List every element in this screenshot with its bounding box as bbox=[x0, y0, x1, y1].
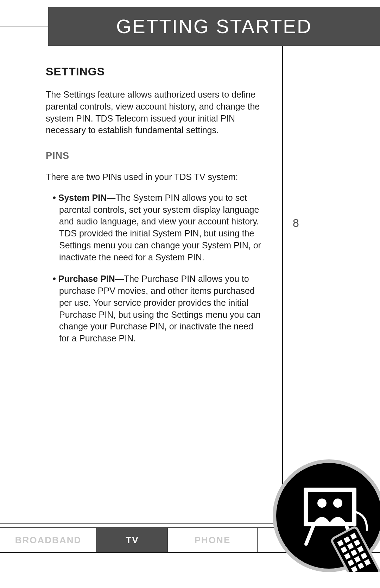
sub-heading-pins: PINS bbox=[46, 150, 264, 161]
tab-broadband-label: BROADBAND bbox=[15, 535, 81, 546]
pins-lead-text: There are two PINs used in your TDS TV s… bbox=[46, 171, 264, 183]
tab-tv-label: TV bbox=[126, 535, 139, 546]
page-number: 8 bbox=[293, 217, 299, 230]
purchase-pin-text: —The Purchase PIN allows you to purchase… bbox=[59, 274, 261, 343]
svg-point-3 bbox=[333, 499, 342, 508]
settings-intro-paragraph: The Settings feature allows authorized u… bbox=[46, 89, 264, 136]
system-pin-label: System PIN bbox=[58, 193, 107, 203]
header-title: GETTING STARTED bbox=[116, 15, 312, 38]
header-left-rule bbox=[0, 26, 48, 26]
section-heading-settings: SETTINGS bbox=[46, 65, 264, 78]
vertical-divider bbox=[282, 46, 283, 505]
tab-phone[interactable]: PHONE bbox=[168, 527, 258, 553]
tv-badge-icon bbox=[273, 459, 380, 572]
content-column: SETTINGS The Settings feature allows aut… bbox=[46, 65, 264, 354]
svg-rect-1 bbox=[308, 492, 352, 522]
tab-phone-label: PHONE bbox=[195, 535, 230, 546]
bullet-system-pin: • System PIN—The System PIN allows you t… bbox=[46, 192, 264, 264]
bullet-dot-icon: • bbox=[53, 274, 58, 284]
tab-broadband[interactable]: BROADBAND bbox=[0, 527, 97, 553]
tab-tv[interactable]: TV bbox=[97, 527, 168, 553]
svg-line-4 bbox=[306, 526, 313, 544]
purchase-pin-label: Purchase PIN bbox=[58, 274, 115, 284]
svg-rect-6 bbox=[331, 526, 380, 572]
bullet-purchase-pin: • Purchase PIN—The Purchase PIN allows y… bbox=[46, 273, 264, 345]
system-pin-text: —The System PIN allows you to set parent… bbox=[59, 193, 261, 262]
bullet-dot-icon: • bbox=[53, 193, 58, 203]
svg-point-2 bbox=[317, 499, 327, 508]
header-band: GETTING STARTED bbox=[48, 7, 380, 46]
page: GETTING STARTED 8 SETTINGS The Settings … bbox=[0, 0, 380, 588]
